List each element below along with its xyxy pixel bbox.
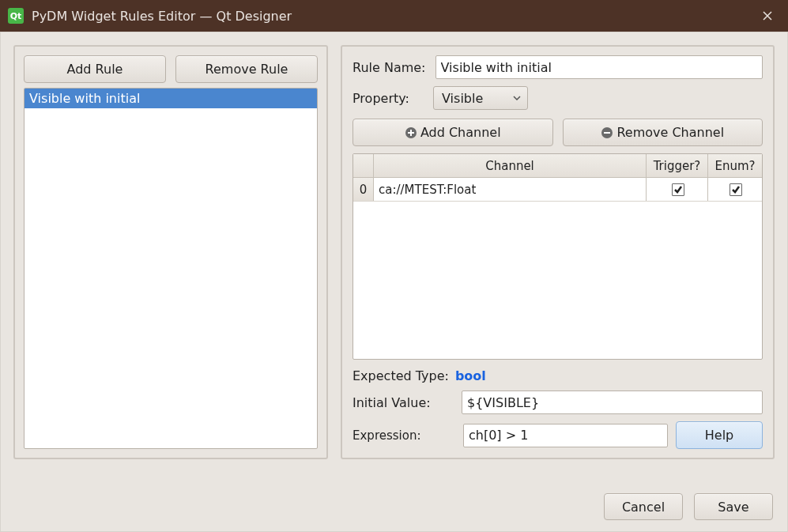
property-combobox-value: Visible [442,91,483,106]
col-header-trigger[interactable]: Trigger? [647,154,708,177]
rules-list-group: Add Rule Remove Rule Visible with initia… [13,45,328,459]
remove-channel-button[interactable]: Remove Channel [563,119,763,146]
rule-name-label: Rule Name: [353,60,426,75]
add-rule-button[interactable]: Add Rule [24,55,166,83]
window-body: Add Rule Remove Rule Visible with initia… [0,32,788,532]
save-button[interactable]: Save [694,493,773,520]
cell-trigger[interactable] [647,178,708,201]
chevron-down-icon [513,96,521,100]
cancel-button[interactable]: Cancel [604,493,683,520]
trigger-checkbox[interactable] [672,183,684,196]
expected-type-value: bool [455,368,486,383]
cell-enum[interactable] [708,178,762,201]
table-row: 0 ca://MTEST:Float [353,178,762,202]
expression-label: Expression: [353,428,455,443]
property-label: Property: [353,91,424,106]
remove-rule-button[interactable]: Remove Rule [175,55,318,83]
rule-details-group: Rule Name: Property: Visible Add Cha [341,45,775,459]
close-icon [762,10,773,21]
add-channel-label: Add Channel [420,125,501,140]
col-header-enum[interactable]: Enum? [708,154,762,177]
initial-value-label: Initial Value: [353,395,455,410]
titlebar: Qt PyDM Widget Rules Editor — Qt Designe… [0,0,788,32]
rules-list[interactable]: Visible with initial [24,88,318,449]
rules-list-item[interactable]: Visible with initial [25,89,317,108]
table-corner [353,154,374,177]
rule-name-input[interactable] [435,55,763,79]
remove-channel-label: Remove Channel [616,125,724,140]
app-icon: Qt [8,8,24,24]
help-button[interactable]: Help [676,421,763,449]
cell-channel[interactable]: ca://MTEST:Float [374,178,647,201]
initial-value-input[interactable] [462,391,763,414]
property-combobox[interactable]: Visible [433,86,528,110]
close-button[interactable] [758,6,777,25]
enum-checkbox[interactable] [730,183,742,196]
col-header-channel[interactable]: Channel [374,154,647,177]
minus-circle-icon [601,126,613,139]
expected-type-label: Expected Type: [353,368,449,383]
plus-circle-icon [405,126,417,139]
expression-input[interactable] [463,424,668,447]
window-title: PyDM Widget Rules Editor — Qt Designer [32,9,758,24]
row-header[interactable]: 0 [353,178,374,201]
channels-table: Channel Trigger? Enum? 0 ca://MTEST:Floa… [353,153,763,360]
add-channel-button[interactable]: Add Channel [353,119,553,146]
